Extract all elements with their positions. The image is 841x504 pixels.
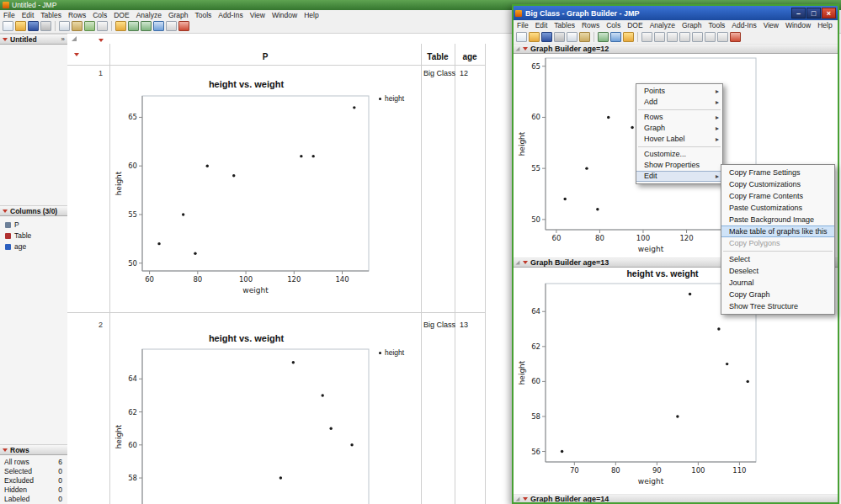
menu-cols[interactable]: Cols [603, 21, 624, 29]
paste-icon[interactable] [72, 21, 83, 31]
open-icon[interactable] [15, 21, 26, 31]
journal-icon[interactable] [623, 32, 634, 42]
menu-window[interactable]: Window [269, 11, 301, 19]
selection-arrow-icon[interactable] [97, 21, 108, 31]
menu-rows[interactable]: Rows [578, 21, 603, 29]
red-triangle-icon[interactable] [523, 261, 528, 264]
journal-col-header-p[interactable]: P [109, 52, 421, 61]
menu-item-edit[interactable]: Edit [636, 171, 722, 182]
menu-item-rows[interactable]: Rows [636, 112, 722, 123]
selection-arrow-icon[interactable] [641, 32, 652, 42]
menu-doe[interactable]: DOE [624, 21, 646, 29]
menu-view[interactable]: View [760, 21, 782, 29]
magnifier-icon[interactable] [717, 32, 728, 42]
script-icon[interactable] [178, 21, 189, 31]
save-icon[interactable] [28, 21, 39, 31]
journal-col-header-age[interactable]: age [455, 52, 485, 61]
print-icon[interactable] [554, 32, 565, 42]
menu-item-graph[interactable]: Graph [636, 123, 722, 134]
journal-icon[interactable] [115, 21, 126, 31]
submenu-item-copy-frame-contents[interactable]: Copy Frame Contents [721, 190, 834, 202]
disclosure-icon[interactable] [3, 38, 8, 41]
graph-icon[interactable] [610, 32, 621, 42]
scatter-plot-journal-age13[interactable]: 7080901001105658606264weightheight [114, 344, 379, 504]
journal-panel-header[interactable]: Untitled » [0, 34, 67, 45]
chevron-right-icon[interactable]: » [61, 35, 65, 43]
menu-tables[interactable]: Tables [551, 21, 578, 29]
menu-help[interactable]: Help [814, 21, 835, 29]
annotate-icon[interactable] [730, 32, 741, 42]
brush-icon[interactable] [679, 32, 690, 42]
cell-age[interactable]: 13 [460, 321, 468, 329]
undo-icon[interactable] [84, 21, 95, 31]
outline-header-age12[interactable]: Graph Builder age=12 [514, 44, 838, 54]
menu-view[interactable]: View [247, 11, 269, 19]
cell-table-name[interactable]: Big Class [423, 321, 455, 329]
submenu-item-copy-graph[interactable]: Copy Graph [721, 289, 834, 300]
journal-col-header-table[interactable]: Table [421, 52, 455, 61]
save-icon[interactable] [541, 32, 552, 42]
submenu-item-show-tree-structure[interactable]: Show Tree Structure [721, 300, 834, 312]
menu-edit[interactable]: Edit [19, 11, 38, 19]
menu-tools[interactable]: Tools [192, 11, 216, 19]
crosshair-icon[interactable] [705, 32, 716, 42]
submenu-item-make-table-of-graphs[interactable]: Make table of graphs like this [721, 225, 834, 237]
data-table-icon[interactable] [128, 21, 139, 31]
menu-item-hover-label[interactable]: Hover Label [636, 134, 722, 145]
menu-file[interactable]: File [514, 21, 532, 29]
print-icon[interactable] [40, 21, 51, 31]
menu-item-points[interactable]: Points [636, 86, 722, 97]
cell-age[interactable]: 12 [460, 69, 468, 77]
submenu-item-copy-customizations[interactable]: Copy Customizations [721, 178, 834, 190]
menu-cols[interactable]: Cols [89, 11, 110, 19]
open-icon[interactable] [529, 32, 540, 42]
scatter-plot-journal-age12[interactable]: 608010012014050556065weightheight [114, 91, 379, 296]
row-number[interactable]: 1 [67, 69, 103, 77]
menu-tables[interactable]: Tables [37, 11, 65, 19]
disclosure-icon[interactable] [3, 210, 8, 213]
outline-collapse-icon[interactable] [72, 36, 77, 41]
menu-help[interactable]: Help [301, 11, 322, 19]
menu-doe[interactable]: DOE [110, 11, 132, 19]
help-question-icon[interactable] [654, 32, 665, 42]
row-number[interactable]: 2 [67, 321, 103, 329]
red-triangle-icon[interactable] [74, 53, 79, 56]
submenu-item-paste-background-image[interactable]: Paste Background Image [721, 214, 834, 225]
column-item-table[interactable]: Table [0, 231, 67, 241]
legend[interactable]: height [379, 348, 404, 357]
maximize-button[interactable]: □ [806, 8, 821, 19]
paste-icon[interactable] [579, 32, 590, 42]
red-triangle-icon[interactable] [98, 39, 104, 42]
right-titlebar[interactable]: Big Class - Graph Builder - JMP – □ × [514, 6, 838, 20]
rows-panel-header[interactable]: Rows [0, 444, 67, 455]
columns-panel-header[interactable]: Columns (3/0) [0, 205, 67, 216]
menu-addins[interactable]: Add-Ins [215, 11, 246, 19]
menu-analyze[interactable]: Analyze [647, 21, 679, 29]
menu-graph[interactable]: Graph [165, 11, 192, 19]
menu-rows[interactable]: Rows [65, 11, 89, 19]
menu-addins[interactable]: Add-Ins [728, 21, 759, 29]
column-item-p[interactable]: P [0, 220, 67, 230]
menu-file[interactable]: File [0, 11, 19, 19]
layout-icon[interactable] [141, 21, 152, 31]
graph-icon[interactable] [153, 21, 164, 31]
submenu-item-select[interactable]: Select [721, 253, 834, 265]
menu-tools[interactable]: Tools [705, 21, 729, 29]
menu-window[interactable]: Window [782, 21, 814, 29]
menu-item-customize[interactable]: Customize... [636, 149, 722, 160]
submenu-item-paste-customizations[interactable]: Paste Customizations [721, 202, 834, 214]
disclosure-icon[interactable] [3, 448, 8, 452]
minimize-button[interactable]: – [791, 8, 806, 19]
grabber-hand-icon[interactable] [667, 32, 678, 42]
menu-edit[interactable]: Edit [532, 21, 551, 29]
submenu-item-journal[interactable]: Journal [721, 277, 834, 289]
red-triangle-icon[interactable] [523, 497, 528, 501]
menu-analyze[interactable]: Analyze [133, 11, 165, 19]
close-button[interactable]: × [822, 8, 836, 19]
submenu-item-copy-frame-settings[interactable]: Copy Frame Settings [721, 167, 834, 178]
column-item-age[interactable]: age [0, 241, 67, 252]
outline-collapse-icon[interactable] [516, 261, 520, 265]
red-triangle-icon[interactable] [523, 47, 528, 50]
new-document-icon[interactable] [3, 21, 13, 31]
outline-collapse-icon[interactable] [516, 497, 520, 501]
